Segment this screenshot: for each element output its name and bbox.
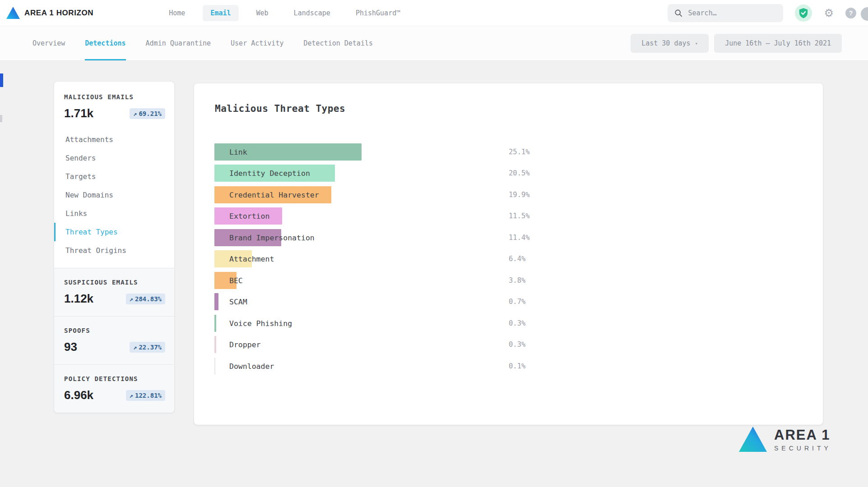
settings-gear-icon[interactable]: ⚙ [824, 7, 834, 19]
delta-value: 22.37% [139, 344, 162, 351]
stat-section-spoofs: SPOOFS93↗22.37% [54, 316, 174, 364]
bar-value: 0.3% [509, 319, 525, 327]
stat-title: SUSPICIOUS EMAILS [64, 279, 165, 286]
bar-label: Attachment [229, 255, 274, 263]
bar-value: 11.5% [509, 212, 530, 220]
bar-row-bec: BEC3.8% [194, 270, 823, 291]
sidebar-item-new-domains[interactable]: New Domains [54, 186, 174, 204]
footer-brand-line1: AREA 1 [774, 427, 831, 443]
bar[interactable] [214, 315, 216, 332]
date-range-button[interactable]: June 16th — July 16th 2021 [714, 34, 842, 53]
bar-value: 19.9% [509, 191, 530, 199]
bar-value: 0.1% [509, 362, 525, 370]
delta-badge: ↗22.37% [130, 342, 165, 353]
tab-detections[interactable]: Detections [85, 26, 125, 60]
bar-label: BEC [229, 276, 243, 285]
tabs: OverviewDetectionsAdmin QuarantineUser A… [32, 26, 373, 60]
chevron-down-icon: ▾ [695, 41, 698, 46]
tab-admin-quarantine[interactable]: Admin Quarantine [146, 26, 211, 60]
period-selector-label: Last 30 days [641, 39, 690, 47]
brand-text: AREA 1 HORIZON [24, 9, 93, 18]
date-range-label: June 16th — July 16th 2021 [725, 39, 831, 47]
bar[interactable] [214, 358, 215, 375]
delta-value: 69.21% [139, 110, 162, 117]
nav-item-email[interactable]: Email [203, 5, 238, 21]
tab-overview[interactable]: Overview [32, 26, 65, 60]
shield-check-icon [798, 8, 808, 18]
bar-row-scam: SCAM0.7% [194, 291, 823, 313]
bar-row-brand-impersonation: Brand Impersonation11.4% [194, 227, 823, 248]
detections-sidebar-card: MALICIOUS EMAILS 1.71k ↗ 69.21% Attachme… [54, 82, 174, 413]
delta-badge: ↗ 69.21% [130, 108, 165, 119]
trend-up-icon: ↗ [133, 344, 137, 351]
bar-row-credential-harvester: Credential Harvester19.9% [194, 184, 823, 206]
main-nav: HomeEmailWebLandscapePhishGuard™ [161, 5, 408, 21]
bar[interactable] [214, 293, 218, 310]
trend-up-icon: ↗ [130, 392, 133, 399]
stat-title: MALICIOUS EMAILS [64, 93, 165, 101]
stat-row: 6.96k↗122.81% [64, 388, 165, 402]
bar[interactable] [214, 336, 216, 353]
chart-title: Malicious Threat Types [215, 103, 823, 114]
stat-value: 1.71k [64, 106, 93, 120]
sidebar-item-threat-origins[interactable]: Threat Origins [54, 241, 174, 260]
period-selector-button[interactable]: Last 30 days ▾ [631, 34, 709, 53]
stat-value: 1.12k [64, 292, 93, 306]
area1-triangle-icon [6, 7, 20, 19]
stat-section-policy-detections: POLICY DETECTIONS6.96k↗122.81% [54, 364, 174, 413]
bar-value: 0.3% [509, 340, 525, 349]
header-actions: ⚙ ? [668, 4, 868, 22]
help-icon[interactable]: ? [845, 8, 856, 18]
stat-value: 6.96k [64, 388, 93, 402]
nav-item-home[interactable]: Home [161, 5, 193, 21]
bar-row-dropper: Dropper0.3% [194, 334, 823, 356]
scroll-edge-artifact-gray [0, 115, 2, 122]
bar-value: 11.4% [509, 234, 530, 242]
sidebar-item-links[interactable]: Links [54, 204, 174, 223]
bar-label: Voice Phishing [229, 319, 292, 327]
bar-value: 3.8% [509, 276, 525, 285]
footer-brand-line2: SECURITY [774, 445, 831, 452]
delta-value: 284.83% [135, 295, 162, 303]
bar-label: Identity Deception [229, 169, 310, 178]
nav-item-landscape[interactable]: Landscape [286, 5, 338, 21]
scroll-edge-artifact-blue [0, 74, 3, 87]
tab-detection-details[interactable]: Detection Details [303, 26, 373, 60]
sidebar-nav: AttachmentsSendersTargetsNew DomainsLink… [54, 123, 174, 268]
bar-value: 6.4% [509, 255, 525, 263]
bar-label: Dropper [229, 340, 261, 349]
stat-title: POLICY DETECTIONS [64, 375, 165, 382]
stat-section-suspicious-emails: SUSPICIOUS EMAILS1.12k↗284.83% [54, 268, 174, 316]
trend-up-icon: ↗ [130, 295, 133, 303]
search-box[interactable] [668, 4, 783, 22]
area1-security-logo: AREA 1 SECURITY [739, 427, 831, 452]
bar-value: 0.7% [509, 298, 525, 306]
sidebar-item-threat-types[interactable]: Threat Types [54, 223, 174, 241]
stat-title: SPOOFS [64, 327, 165, 334]
search-input[interactable] [688, 9, 765, 17]
trend-up-icon: ↗ [133, 110, 137, 117]
section-tabbar: OverviewDetectionsAdmin QuarantineUser A… [0, 26, 868, 61]
brand-logo[interactable]: AREA 1 HORIZON [6, 7, 93, 19]
nav-item-phishguard[interactable]: PhishGuard™ [348, 5, 408, 21]
bar-row-extortion: Extortion11.5% [194, 206, 823, 227]
tab-user-activity[interactable]: User Activity [231, 26, 283, 60]
stat-row: 1.12k↗284.83% [64, 292, 165, 306]
sidebar-item-targets[interactable]: Targets [54, 167, 174, 186]
threat-types-chart-card: Malicious Threat Types Link25.1%Identity… [194, 83, 823, 425]
bar-label: Link [229, 147, 247, 156]
delta-badge: ↗122.81% [126, 390, 165, 401]
sidebar-item-attachments[interactable]: Attachments [54, 130, 174, 149]
bar-label: Downloader [229, 362, 274, 370]
search-icon [674, 9, 682, 17]
nav-item-web[interactable]: Web [249, 5, 276, 21]
bar-row-identity-deception: Identity Deception20.5% [194, 163, 823, 184]
bar-label: Credential Harvester [229, 190, 319, 199]
bar-chart: Link25.1%Identity Deception20.5%Credenti… [194, 141, 823, 377]
protection-status-button[interactable] [795, 5, 812, 22]
tabbar-actions: Last 30 days ▾ June 16th — July 16th 202… [631, 34, 842, 53]
bar-row-downloader: Downloader0.1% [194, 355, 823, 377]
bar-label: Extortion [229, 212, 269, 221]
stat-row: 93↗22.37% [64, 340, 165, 354]
sidebar-item-senders[interactable]: Senders [54, 149, 174, 167]
